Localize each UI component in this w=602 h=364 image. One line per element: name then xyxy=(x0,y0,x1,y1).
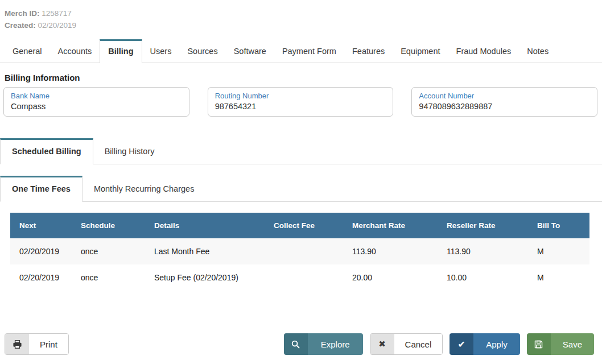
tab-notes[interactable]: Notes xyxy=(519,40,556,63)
tab-software[interactable]: Software xyxy=(226,40,274,63)
cell-schedule: once xyxy=(72,264,145,291)
col-details: Details xyxy=(145,213,265,238)
search-icon xyxy=(284,333,308,355)
footer-right-buttons: Explore ✖ Cancel ✔ Apply Save xyxy=(284,333,594,355)
col-bill-to: Bill To xyxy=(528,213,589,238)
bank-name-label: Bank Name xyxy=(11,91,182,101)
cell-reseller-rate: 113.90 xyxy=(438,238,528,264)
routing-number-value[interactable]: 987654321 xyxy=(215,101,386,112)
cell-reseller-rate: 10.00 xyxy=(438,264,528,291)
merchant-meta: Merch ID: 1258717 Created: 02/20/2019 xyxy=(0,0,602,31)
tab-general[interactable]: General xyxy=(5,40,50,63)
print-button-label: Print xyxy=(29,334,68,354)
col-reseller-rate: Reseller Rate xyxy=(438,213,528,238)
check-icon: ✔ xyxy=(450,333,473,355)
main-tabbar: General Accounts Billing Users Sources S… xyxy=(0,39,602,63)
tab-billing-history[interactable]: Billing History xyxy=(93,139,166,164)
print-button[interactable]: Print xyxy=(5,333,69,355)
cell-next: 02/20/2019 xyxy=(10,264,72,291)
save-button-label: Save xyxy=(551,333,594,355)
billing-information-title: Billing Information xyxy=(5,73,597,82)
created-value: 02/20/2019 xyxy=(38,21,77,30)
footer-action-bar: Print Explore ✖ Cancel ✔ Apply xyxy=(5,333,594,355)
save-button[interactable]: Save xyxy=(527,333,594,355)
cell-bill-to: M xyxy=(528,238,589,264)
apply-button-label: Apply xyxy=(473,333,520,355)
account-number-field[interactable]: Account Number 9478089632889887 xyxy=(411,87,597,117)
billing-subtabbar: Scheduled Billing Billing History xyxy=(0,138,602,164)
table-header-row: Next Schedule Details Collect Fee Mercha… xyxy=(10,213,589,238)
created-label: Created: xyxy=(5,21,36,30)
cell-schedule: once xyxy=(72,238,145,264)
merch-id-label: Merch ID: xyxy=(5,9,40,18)
tab-equipment[interactable]: Equipment xyxy=(393,40,448,63)
cell-collect-fee xyxy=(265,264,343,291)
cell-next: 02/20/2019 xyxy=(10,238,72,264)
table-row[interactable]: 02/20/2019 once Setup Fee (02/20/2019) 2… xyxy=(10,264,589,291)
merch-id-line: Merch ID: 1258717 xyxy=(5,7,602,19)
merch-id-value: 1258717 xyxy=(42,9,72,18)
fees-tabbar: One Time Fees Monthly Recurring Charges xyxy=(0,176,602,202)
cell-merchant-rate: 20.00 xyxy=(343,264,438,291)
bank-name-field[interactable]: Bank Name Compass xyxy=(3,87,189,117)
floppy-disk-icon xyxy=(527,333,551,355)
cell-collect-fee xyxy=(265,238,343,264)
cancel-button-label: Cancel xyxy=(394,334,443,354)
tab-payment-form[interactable]: Payment Form xyxy=(274,40,344,63)
tab-accounts[interactable]: Accounts xyxy=(50,40,100,63)
explore-button-label: Explore xyxy=(308,333,363,355)
x-icon: ✖ xyxy=(370,334,394,354)
tab-users[interactable]: Users xyxy=(142,40,180,63)
tab-billing[interactable]: Billing xyxy=(100,39,142,63)
col-merchant-rate: Merchant Rate xyxy=(343,213,438,238)
tab-features[interactable]: Features xyxy=(344,40,393,63)
cell-details: Last Month Fee xyxy=(145,238,265,264)
apply-button[interactable]: ✔ Apply xyxy=(450,333,520,355)
table-row[interactable]: 02/20/2019 once Last Month Fee 113.90 11… xyxy=(10,238,589,264)
tab-fraud-modules[interactable]: Fraud Modules xyxy=(448,40,519,63)
tab-monthly-recurring-charges[interactable]: Monthly Recurring Charges xyxy=(83,176,206,201)
cell-bill-to: M xyxy=(528,264,589,291)
cancel-button[interactable]: ✖ Cancel xyxy=(370,333,443,355)
tab-scheduled-billing[interactable]: Scheduled Billing xyxy=(0,138,93,164)
cell-merchant-rate: 113.90 xyxy=(343,238,438,264)
col-schedule: Schedule xyxy=(72,213,145,238)
col-next: Next xyxy=(10,213,72,238)
created-line: Created: 02/20/2019 xyxy=(5,19,602,31)
tab-one-time-fees[interactable]: One Time Fees xyxy=(0,176,83,202)
tab-sources[interactable]: Sources xyxy=(179,40,225,63)
account-number-label: Account Number xyxy=(419,91,590,101)
explore-button[interactable]: Explore xyxy=(284,333,363,355)
billing-fields: Bank Name Compass Routing Number 9876543… xyxy=(3,87,597,117)
one-time-fees-table: Next Schedule Details Collect Fee Mercha… xyxy=(10,213,589,291)
bank-name-value[interactable]: Compass xyxy=(11,101,182,112)
cell-details: Setup Fee (02/20/2019) xyxy=(145,264,265,291)
routing-number-field[interactable]: Routing Number 987654321 xyxy=(208,87,394,117)
printer-icon xyxy=(5,334,29,354)
routing-number-label: Routing Number xyxy=(215,91,386,101)
account-number-value[interactable]: 9478089632889887 xyxy=(419,101,590,112)
col-collect-fee: Collect Fee xyxy=(265,213,343,238)
